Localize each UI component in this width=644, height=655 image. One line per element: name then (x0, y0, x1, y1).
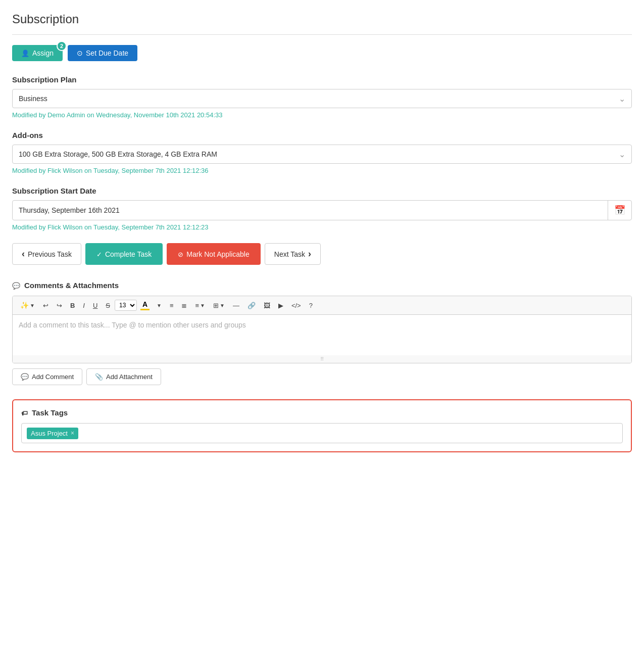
subscription-plan-label: Subscription Plan (12, 75, 632, 84)
italic-toolbar-btn[interactable]: I (79, 300, 88, 311)
bullet-list-toolbar-btn[interactable]: ≡ (166, 300, 177, 311)
add-comment-label: Add Comment (32, 373, 74, 381)
comment-icon (12, 281, 20, 290)
undo-toolbar-btn[interactable] (39, 300, 52, 311)
bullet-list-icon: ≡ (170, 302, 174, 309)
font-color-indicator (140, 309, 150, 310)
add-attachment-button[interactable]: Add Attachment (86, 368, 161, 385)
addons-select-wrapper[interactable]: 100 GB Extra Storage, 500 GB Extra Stora… (12, 145, 632, 164)
align-toolbar-btn[interactable]: ≡ ▼ (191, 300, 209, 311)
table-icon: ⊞ (213, 302, 219, 309)
chevron-left-icon (22, 249, 25, 259)
previous-task-label: Previous Task (28, 250, 72, 258)
complete-task-button[interactable]: Complete Task (85, 243, 163, 265)
next-task-button[interactable]: Next Task (265, 243, 321, 265)
sparkle-icon (20, 301, 29, 309)
chevron-right-icon (308, 249, 311, 259)
media-icon: ▶ (278, 302, 283, 309)
italic-icon: I (83, 302, 85, 309)
ordered-list-icon: ≣ (181, 302, 187, 309)
mark-not-applicable-button[interactable]: Mark Not Applicable (167, 243, 261, 265)
comments-title: Comments & Attachments (12, 281, 632, 290)
complete-task-label: Complete Task (105, 250, 152, 258)
clock-icon (77, 49, 83, 57)
addons-label: Add-ons (12, 131, 632, 139)
sparkle-toolbar-btn[interactable]: ▼ (17, 299, 38, 311)
font-color-dropdown-btn[interactable]: ▼ (153, 301, 165, 310)
task-tags-title-text: Task Tags (32, 408, 68, 417)
assign-badge: 2 (57, 41, 67, 51)
hr-icon: — (233, 302, 239, 309)
calendar-icon[interactable]: 📅 (608, 201, 631, 220)
editor-container: ▼ B I U S 13 10 12 1 (12, 296, 632, 363)
font-size-select[interactable]: 13 10 12 14 16 18 (115, 300, 137, 311)
page-title: Subscription (12, 12, 632, 26)
set-due-date-label: Set Due Date (86, 49, 128, 57)
link-icon: 🔗 (247, 302, 256, 309)
help-toolbar-btn[interactable]: ? (306, 300, 316, 311)
image-icon: 🖼 (264, 302, 270, 309)
subscription-start-date-section: Subscription Start Date 📅 Modified by Fl… (12, 186, 632, 231)
date-input-wrapper[interactable]: 📅 (12, 200, 632, 220)
title-divider (12, 34, 632, 35)
strikethrough-toolbar-btn[interactable]: S (102, 300, 114, 311)
check-icon (96, 250, 102, 258)
bold-toolbar-btn[interactable]: B (67, 300, 78, 311)
code-icon: </> (291, 302, 301, 309)
media-toolbar-btn[interactable]: ▶ (275, 300, 287, 311)
tag-icon (21, 408, 28, 417)
subscription-start-date-input[interactable] (13, 201, 608, 219)
redo-toolbar-btn[interactable] (53, 300, 66, 311)
ordered-list-toolbar-btn[interactable]: ≣ (178, 300, 190, 311)
previous-task-button[interactable]: Previous Task (12, 243, 81, 265)
tags-input-wrapper[interactable]: Asus Project × (21, 423, 623, 443)
tag-label: Asus Project (31, 430, 68, 437)
comment-editor-body[interactable]: Add a comment to this task... Type @ to … (13, 315, 631, 355)
ban-icon (178, 250, 183, 258)
undo-icon (43, 302, 48, 309)
paperclip-icon (95, 373, 103, 381)
code-toolbar-btn[interactable]: </> (288, 300, 305, 311)
add-comment-button[interactable]: Add Comment (12, 368, 82, 385)
underline-toolbar-btn[interactable]: U (89, 300, 101, 311)
task-navigation-row: Previous Task Complete Task Mark Not App… (12, 243, 632, 265)
font-color-toolbar-btn[interactable]: A (138, 299, 152, 311)
subscription-plan-select-wrapper[interactable]: Business Starter Professional Enterprise… (12, 89, 632, 108)
addons-modified-note: Modified by Flick Wilson on Tuesday, Sep… (12, 167, 632, 174)
bold-icon: B (70, 302, 75, 309)
link-toolbar-btn[interactable]: 🔗 (244, 300, 259, 311)
set-due-date-button[interactable]: Set Due Date (68, 45, 137, 61)
next-task-label: Next Task (274, 250, 305, 258)
subscription-start-date-modified-note: Modified by Flick Wilson on Tuesday, Sep… (12, 223, 632, 231)
comments-section: Comments & Attachments ▼ B I U (12, 281, 632, 385)
tag-badge-asus-project: Asus Project × (27, 428, 78, 439)
help-icon: ? (309, 302, 313, 309)
image-toolbar-btn[interactable]: 🖼 (260, 300, 274, 311)
user-icon (21, 49, 29, 57)
comments-title-text: Comments & Attachments (24, 281, 119, 290)
add-comment-icon (21, 373, 29, 381)
strikethrough-icon: S (106, 302, 110, 309)
tags-input[interactable] (82, 429, 617, 437)
addons-select[interactable]: 100 GB Extra Storage, 500 GB Extra Stora… (13, 145, 631, 163)
subscription-plan-select[interactable]: Business Starter Professional Enterprise (13, 89, 631, 108)
font-color-letter: A (142, 300, 147, 308)
assign-label: Assign (32, 49, 54, 57)
tag-remove-btn[interactable]: × (71, 430, 74, 437)
hr-toolbar-btn[interactable]: — (229, 300, 243, 311)
add-attachment-label: Add Attachment (106, 373, 153, 381)
assign-button[interactable]: Assign 2 (12, 45, 63, 61)
redo-icon (57, 302, 62, 309)
underline-icon: U (93, 302, 97, 309)
task-tags-title: Task Tags (21, 408, 623, 417)
subscription-plan-section: Subscription Plan Business Starter Profe… (12, 75, 632, 119)
table-toolbar-btn[interactable]: ⊞ ▼ (210, 300, 228, 311)
mark-na-label: Mark Not Applicable (186, 250, 250, 258)
subscription-start-date-label: Subscription Start Date (12, 186, 632, 195)
editor-toolbar: ▼ B I U S 13 10 12 1 (13, 296, 631, 315)
sparkle-dropdown-icon: ▼ (30, 303, 35, 308)
addons-section: Add-ons 100 GB Extra Storage, 500 GB Ext… (12, 131, 632, 174)
editor-resize-handle[interactable]: ⠿ (13, 355, 631, 363)
toolbar-row: Assign 2 Set Due Date (12, 45, 632, 61)
align-icon: ≡ (195, 302, 199, 309)
